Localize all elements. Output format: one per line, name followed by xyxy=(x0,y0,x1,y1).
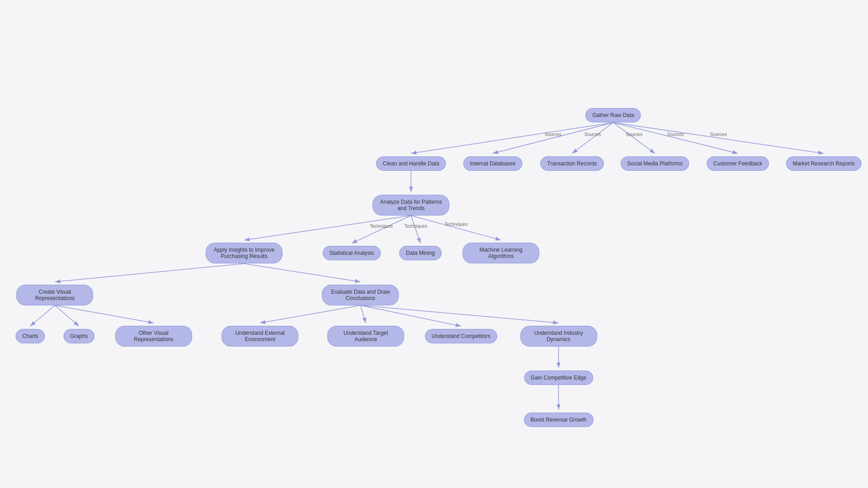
node-other_visual: Other Visual Representations xyxy=(115,326,192,347)
node-create_visual: Create Visual Representations xyxy=(16,285,93,305)
svg-line-5 xyxy=(613,122,738,153)
svg-line-10 xyxy=(411,216,420,243)
node-understand_target: Understand Target Audience xyxy=(327,326,404,347)
svg-line-2 xyxy=(493,122,613,153)
edge-label-transaction: Sources xyxy=(585,132,601,137)
node-apply_insights: Apply Insights to Improve Purchasing Res… xyxy=(206,243,283,263)
svg-line-4 xyxy=(613,122,655,153)
node-boost_revenue: Boost Revenue Growth xyxy=(524,413,593,427)
svg-line-16 xyxy=(55,305,153,323)
edge-label-customer_feedback: Sources xyxy=(667,132,684,137)
node-social_media: Social Media Platforms xyxy=(620,156,689,171)
node-gather_raw_data: Gather Raw Data xyxy=(585,108,641,122)
svg-line-14 xyxy=(30,305,55,326)
edge-label-data_mining: Techniques xyxy=(404,223,427,228)
node-evaluate_data: Evaluate Data and Draw Conclusions xyxy=(322,285,399,305)
edge-label-social_media: Sources xyxy=(626,132,642,137)
node-transaction: Transaction Records xyxy=(540,156,604,171)
edge-label-statistical: Techniques xyxy=(370,223,393,228)
node-understand_industry: Understand Industry Dynamics xyxy=(520,326,597,347)
node-clean_handle: Clean and Handle Data xyxy=(376,156,446,171)
svg-line-1 xyxy=(411,122,613,153)
svg-line-12 xyxy=(55,263,244,282)
node-data_mining: Data Mining xyxy=(399,246,442,260)
edge-label-internal_db: Sources xyxy=(545,132,561,137)
node-market_research: Market Research Reports xyxy=(786,156,861,171)
node-customer_feedback: Customer Feedback xyxy=(707,156,769,171)
node-charts: Charts xyxy=(15,329,45,343)
svg-line-20 xyxy=(360,305,558,323)
svg-line-18 xyxy=(360,305,366,323)
node-analyze_data: Analyze Data for Patterns and Trends xyxy=(373,195,449,216)
node-gain_competitive: Gain Competitive Edge xyxy=(524,371,593,385)
svg-line-13 xyxy=(244,263,360,282)
svg-line-17 xyxy=(260,305,360,323)
node-ml_algorithms: Machine Learning Algorithms xyxy=(462,243,539,263)
svg-line-15 xyxy=(55,305,79,326)
edge-label-market_research: Sources xyxy=(710,132,727,137)
svg-line-3 xyxy=(572,122,613,153)
svg-line-9 xyxy=(352,216,411,243)
diagram-container: Gather Raw DataClean and Handle DataInte… xyxy=(0,0,868,488)
node-internal_db: Internal Databases xyxy=(463,156,523,171)
node-understand_competitors: Understand Competitors xyxy=(425,329,497,343)
edge-label-ml_algorithms: Techniques xyxy=(444,222,467,227)
node-graphs: Graphs xyxy=(63,329,94,343)
svg-line-6 xyxy=(613,122,823,153)
node-understand_external: Understand External Environment xyxy=(222,326,298,347)
svg-line-19 xyxy=(360,305,461,326)
connections-svg xyxy=(0,0,868,488)
node-statistical: Statistical Analysis xyxy=(323,246,381,260)
